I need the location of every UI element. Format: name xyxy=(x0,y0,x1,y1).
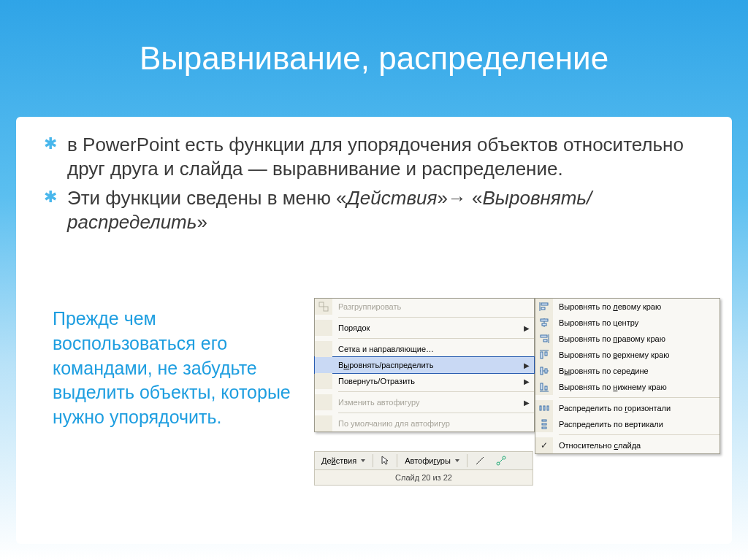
svg-rect-3 xyxy=(541,303,548,305)
distribute-v-icon xyxy=(535,416,553,432)
slide-counter: Слайд 20 из 22 xyxy=(395,473,452,482)
menu-label: Выровнять по нижнему краю xyxy=(559,383,715,391)
svg-rect-15 xyxy=(541,367,543,375)
svg-rect-23 xyxy=(542,420,546,421)
menu-separator xyxy=(338,338,534,339)
menu-label: Разгруппировать xyxy=(338,302,530,311)
line-tool-button[interactable] xyxy=(470,453,489,469)
toolbar-divider xyxy=(467,454,468,467)
svg-rect-12 xyxy=(541,352,543,358)
menu-item-align-distribute[interactable]: Выровнять/распределить ▶ xyxy=(314,356,535,374)
menu-item-align-right[interactable]: Выровнять по правому краю xyxy=(535,331,720,347)
svg-line-29 xyxy=(499,459,503,463)
align-bottom-icon xyxy=(535,379,553,395)
connector-icon xyxy=(496,456,506,466)
menu-label: Выровнять по левому краю xyxy=(559,302,715,311)
svg-rect-22 xyxy=(547,406,549,410)
menu-item-distribute-h[interactable]: Распределить по горизонтали xyxy=(535,400,720,416)
menu-label: Сетка и направляющие… xyxy=(338,345,530,353)
svg-rect-16 xyxy=(545,369,547,373)
pointer-tool-button[interactable] xyxy=(376,453,394,469)
svg-rect-20 xyxy=(540,406,541,410)
menu-item-align-left[interactable]: Выровнять по левому краю xyxy=(535,299,720,315)
blank-icon xyxy=(315,357,332,373)
menu-item-distribute-v[interactable]: Распределить по вертикали xyxy=(535,416,720,432)
status-bar: Слайд 20 из 22 xyxy=(314,470,533,486)
bullet-icon: ✱ xyxy=(44,186,57,234)
svg-rect-1 xyxy=(324,307,328,311)
svg-rect-21 xyxy=(543,406,545,410)
svg-rect-24 xyxy=(542,423,546,425)
menu-label: Выровнять/распределить xyxy=(338,361,521,369)
submenu-arrow-icon: ▶ xyxy=(521,399,530,407)
svg-rect-18 xyxy=(541,383,543,390)
toolbar-label: Действия xyxy=(321,456,356,465)
blank-icon xyxy=(315,373,332,389)
italic-word: Действия xyxy=(347,187,438,209)
menu-item-relative-slide[interactable]: ✓ Относительно слайда xyxy=(535,437,720,453)
align-submenu-panel: Выровнять по левому краю Выровнять по це… xyxy=(535,298,720,454)
svg-rect-4 xyxy=(541,307,545,310)
menu-label: По умолчанию для автофигур xyxy=(338,419,530,428)
blank-icon xyxy=(315,341,332,357)
bullet-icon: ✱ xyxy=(44,133,57,180)
menu-item-align-middle[interactable]: Выровнять по середине xyxy=(535,363,720,379)
menu-item-rotate[interactable]: Повернуть/Отразить ▶ xyxy=(315,373,534,389)
align-middle-icon xyxy=(535,363,553,379)
submenu-arrow-icon: ▶ xyxy=(521,324,530,332)
menu-item-change-autoshape[interactable]: Изменить автофигуру ▶ xyxy=(315,394,534,410)
menu-separator xyxy=(338,391,534,392)
pointer-icon xyxy=(381,456,389,466)
menu-separator xyxy=(559,397,720,398)
menu-item-align-bottom[interactable]: Выровнять по нижнему краю xyxy=(535,379,720,395)
svg-rect-0 xyxy=(319,302,324,307)
toolbar-row: Действия Автофигуры xyxy=(314,451,533,470)
svg-rect-10 xyxy=(543,340,547,342)
actions-dropdown[interactable]: Действия xyxy=(317,453,370,469)
drawing-toolbar: Действия Автофигуры Слайд 2 xyxy=(314,451,533,486)
ungroup-icon xyxy=(315,299,332,315)
svg-rect-19 xyxy=(545,386,547,390)
blank-icon xyxy=(315,394,332,410)
italic-word: Выровнять/распределить xyxy=(67,187,592,233)
menu-item-align-center[interactable]: Выровнять по центру xyxy=(535,315,720,331)
autoshapes-dropdown[interactable]: Автофигуры xyxy=(400,453,464,469)
list-text: Эти функции сведены в меню «Действия»→ «… xyxy=(67,186,704,234)
svg-line-26 xyxy=(476,457,484,464)
menu-item-defaults[interactable]: По умолчанию для автофигур xyxy=(315,415,534,431)
blank-icon xyxy=(315,415,332,431)
slide-background: Выравнивание, распределение ✱ в PowerPoi… xyxy=(0,0,748,560)
menu-separator xyxy=(338,413,534,413)
svg-rect-25 xyxy=(542,427,546,429)
submenu-arrow-icon: ▶ xyxy=(521,361,530,369)
menu-item-align-top[interactable]: Выровнять по верхнему краю xyxy=(535,347,720,363)
menu-label: Повернуть/Отразить xyxy=(338,377,521,386)
menu-label: Выровнять по верхнему краю xyxy=(559,350,715,359)
menu-item-ungroup[interactable]: Разгруппировать xyxy=(315,299,534,315)
svg-rect-7 xyxy=(542,323,546,326)
menu-separator xyxy=(559,434,720,435)
list-text: в PowerPoint есть функции для упорядочен… xyxy=(67,133,704,180)
side-note: Прежде чем воспользоваться его командами… xyxy=(53,307,294,430)
menu-item-grid[interactable]: Сетка и направляющие… xyxy=(315,341,534,357)
bullet-list: ✱ в PowerPoint есть функции для упорядоч… xyxy=(44,133,704,239)
shape-tool-button[interactable] xyxy=(492,453,511,469)
line-icon xyxy=(475,456,485,466)
blank-icon xyxy=(315,320,332,336)
list-item: ✱ Эти функции сведены в меню «Действия»→… xyxy=(44,186,704,234)
distribute-h-icon xyxy=(535,400,553,416)
submenu-arrow-icon: ▶ xyxy=(521,377,530,386)
toolbar-divider xyxy=(397,454,397,467)
menu-label: Изменить автофигуру xyxy=(338,398,521,407)
svg-rect-6 xyxy=(541,319,548,321)
menu-label: Относительно слайда xyxy=(559,441,715,450)
toolbar-divider xyxy=(373,454,373,467)
align-center-icon xyxy=(535,315,553,331)
menu-label: Выровнять по середине xyxy=(559,367,715,375)
menu-item-order[interactable]: Порядок ▶ xyxy=(315,320,534,336)
check-icon: ✓ xyxy=(535,437,553,453)
menu-label: Распределить по горизонтали xyxy=(559,404,715,413)
menu-label: Выровнять по правому краю xyxy=(559,334,715,343)
align-top-icon xyxy=(535,347,553,363)
menu-label: Порядок xyxy=(338,323,521,332)
